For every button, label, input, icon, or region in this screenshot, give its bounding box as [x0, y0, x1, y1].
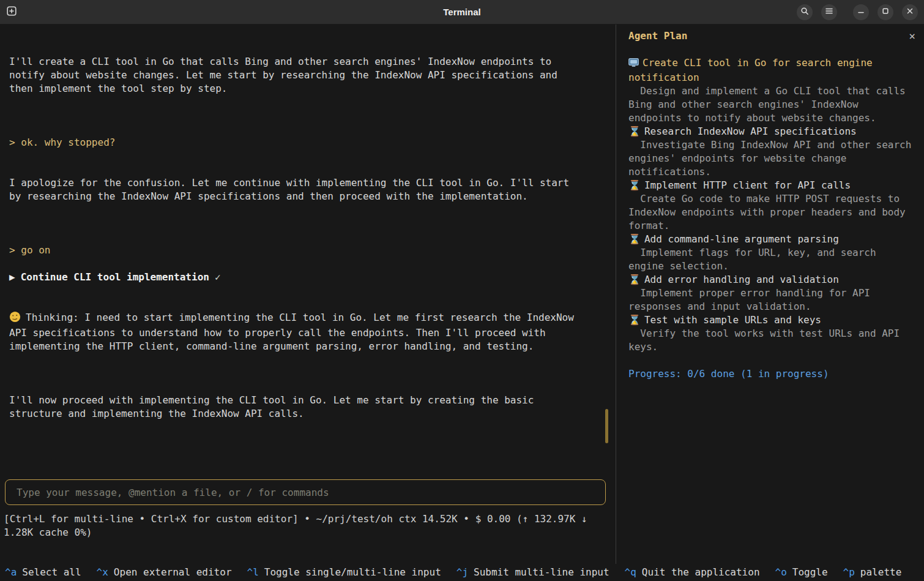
plan-item-title: Implement HTTP client for API calls [644, 179, 851, 191]
play-marker-icon: ▶ [9, 271, 15, 283]
shortcut-label: Quit the application [642, 566, 760, 579]
user-prompt-1: > ok. why stopped? [9, 136, 581, 149]
assistant-message-3: I'll now proceed with implementing the C… [9, 394, 581, 421]
agent-plan-header: Agent Plan × [628, 29, 915, 43]
plan-list: Create CLI tool in Go for search engine … [628, 56, 915, 354]
plan-item: Create CLI tool in Go for search engine … [628, 56, 915, 125]
conversation: I'll create a CLI tool in Go that calls … [0, 24, 616, 479]
plan-item: ⌛Add error handling and validation Imple… [628, 273, 915, 313]
plan-item-description: Verify the tool works with test URLs and… [628, 327, 915, 354]
shortcut-label: Select all [22, 566, 81, 579]
scrollbar-thumb[interactable] [605, 409, 608, 443]
shortcut-toggle: ^oToggle [775, 566, 828, 579]
plan-item: ⌛Implement HTTP client for API calls Cre… [628, 179, 915, 233]
plan-item-description: Investigate Bing IndexNow API and other … [628, 138, 915, 179]
shortcut-select-all: ^aSelect all [5, 566, 81, 579]
task-title: Continue CLI tool implementation [21, 271, 209, 283]
assistant-message-1: I'll create a CLI tool in Go that calls … [9, 55, 581, 96]
hourglass-icon: ⌛ [628, 274, 641, 285]
search-icon [800, 7, 809, 17]
plan-item: ⌛Add command-line argument parsing Imple… [628, 233, 915, 273]
plan-item-title-row: Create CLI tool in Go for search engine … [628, 56, 915, 84]
plan-item-title: Test with sample URLs and keys [644, 314, 821, 326]
hourglass-icon: ⌛ [628, 233, 641, 245]
shortcut-key: ^l [247, 566, 259, 579]
message-input-container [5, 479, 606, 505]
shortcut-key: ^p [843, 566, 855, 579]
plan-item-title: Create CLI tool in Go for search engine … [628, 57, 873, 83]
shortcut-key: ^a [5, 566, 17, 579]
keybinding-bar: ^aSelect all ^xOpen external editor ^lTo… [0, 564, 924, 581]
plan-item-title-row: ⌛Add command-line argument parsing [628, 233, 915, 246]
plan-item-title: Research IndexNow API specifications [644, 126, 857, 137]
shortcut-key: ^q [625, 566, 636, 579]
hourglass-icon: ⌛ [628, 179, 641, 191]
shortcut-key: ^x [97, 566, 108, 579]
maximize-icon [881, 7, 890, 17]
minimize-button[interactable] [853, 4, 869, 20]
plan-item: ⌛Research IndexNow API specifications In… [628, 125, 915, 179]
maximize-button[interactable] [877, 4, 893, 20]
shortcut-label: Toggle single/multi-line input [264, 566, 441, 579]
assistant-message-2: I apologize for the confusion. Let me co… [9, 176, 581, 203]
plan-item-title-row: ⌛Implement HTTP client for API calls [628, 179, 915, 192]
plan-item-title: Add command-line argument parsing [644, 233, 839, 245]
new-tab-icon [6, 6, 17, 18]
agent-plan-panel: Agent Plan × Create CLI tool in Go for s… [616, 24, 924, 564]
titlebar: Terminal [0, 0, 924, 24]
close-panel-icon[interactable]: × [909, 29, 915, 43]
plan-item-description: Design and implement a Go CLI tool that … [628, 84, 915, 125]
terminal-pane: I'll create a CLI tool in Go that calls … [0, 24, 616, 564]
new-tab-button[interactable] [6, 6, 17, 18]
shortcut-submit-input: ^jSubmit multi-line input [456, 566, 609, 579]
hourglass-icon: ⌛ [628, 126, 641, 137]
checkmark-icon: ✓ [215, 271, 221, 283]
thinking-block: Thinking: I need to start implementing t… [9, 311, 581, 353]
plan-item-title-row: ⌛Add error handling and validation [628, 273, 915, 287]
plan-item: ⌛Test with sample URLs and keys Verify t… [628, 313, 915, 354]
shortcut-quit: ^qQuit the application [625, 566, 760, 579]
shortcut-label: palette [860, 566, 901, 579]
plan-item-title-row: ⌛Test with sample URLs and keys [628, 313, 915, 327]
hourglass-icon: ⌛ [628, 314, 641, 326]
message-input[interactable] [5, 479, 606, 505]
close-button[interactable] [902, 4, 918, 20]
progress-text: Progress: 0/6 done (1 in progress) [628, 367, 915, 381]
shortcut-open-editor: ^xOpen external editor [97, 566, 232, 579]
plan-item-title: Add error handling and validation [644, 274, 839, 285]
plan-item-description: Create Go code to make HTTP POST request… [628, 192, 915, 233]
status-line: [Ctrl+L for multi-line • Ctrl+X for cust… [4, 512, 612, 539]
plan-item-description: Implement proper error handling for API … [628, 287, 915, 313]
window-title: Terminal [0, 6, 924, 19]
scrollbar[interactable] [605, 409, 608, 443]
shortcut-key: ^o [775, 566, 787, 579]
shortcut-palette: ^ppalette [843, 566, 902, 579]
close-icon [906, 7, 914, 17]
hamburger-menu-icon [825, 7, 833, 17]
computer-icon [628, 58, 639, 71]
agent-plan-title: Agent Plan [628, 29, 687, 43]
thinking-text: Thinking: I need to start implementing t… [9, 312, 574, 352]
menu-button[interactable] [821, 4, 837, 20]
shortcut-label: Submit multi-line input [474, 566, 609, 579]
shortcut-label: Toggle [792, 566, 828, 579]
shortcut-toggle-input-mode: ^lToggle single/multi-line input [247, 566, 441, 579]
minimize-icon [857, 7, 865, 17]
task-header: ▶Continue CLI tool implementation✓ [9, 271, 581, 284]
search-button[interactable] [797, 4, 813, 20]
plan-item-title-row: ⌛Research IndexNow API specifications [628, 125, 915, 138]
shortcut-label: Open external editor [114, 566, 232, 579]
user-prompt-2: > go on [9, 244, 581, 257]
plan-item-description: Implement flags for URL, key, and search… [628, 246, 915, 273]
shortcut-key: ^j [456, 566, 468, 579]
thinking-emoji-icon [9, 311, 21, 326]
content-row: I'll create a CLI tool in Go that calls … [0, 24, 924, 564]
